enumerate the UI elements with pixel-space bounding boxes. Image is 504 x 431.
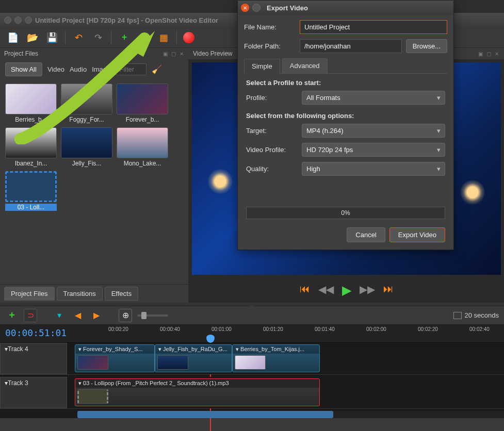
new-project-icon[interactable]: 📄 [6, 31, 20, 44]
file-name-label: File Name: [244, 23, 296, 31]
window-title: Untitled Project [HD 720p 24 fps] - Open… [35, 16, 218, 24]
zoom-slider[interactable] [137, 314, 168, 317]
project-thumbnail[interactable]: Berries_b... [5, 84, 57, 123]
export-video-button[interactable]: Export Video [389, 227, 445, 242]
project-thumbnail[interactable]: Forever_b... [117, 84, 168, 123]
profile-label: Profile: [246, 94, 298, 102]
ruler-tick: 00:00:20 [108, 326, 128, 332]
export-progress: 0% [246, 207, 445, 219]
video-profile-label: Video Profile: [246, 146, 298, 154]
close-icon[interactable] [4, 16, 11, 24]
video-clip[interactable]: ▾ Berries_by_Tom_Kijas.j... [232, 344, 320, 372]
export-dialog: ✕ Export Video File Name: Folder Path: B… [237, 0, 454, 250]
save-project-icon[interactable]: 💾 [45, 31, 59, 44]
project-files-title: Project Files [4, 50, 38, 57]
ruler-tick: 00:00:40 [160, 326, 180, 332]
timeline-scrollbar[interactable] [77, 411, 504, 418]
quality-select[interactable]: High [302, 162, 445, 176]
video-clip[interactable]: ▾ Jelly_Fish_by_RaDu_G... [155, 344, 232, 372]
audio-clip[interactable]: ▾ 03 - Lollipop (From _Pitch Perfect 2_ … [75, 378, 320, 406]
dialog-title: Export Video [267, 4, 308, 12]
quality-label: Quality: [246, 165, 298, 173]
zoom-label: 20 seconds [453, 311, 499, 319]
export-icon[interactable] [183, 32, 194, 43]
tab-transitions[interactable]: Transitions [57, 287, 103, 301]
project-thumbnail[interactable]: Jelly_Fis... [61, 127, 112, 167]
clear-filter-icon[interactable]: 🧹 [152, 64, 162, 74]
timecode: 00:00:51:01 [5, 327, 67, 338]
profile-section-header: Select a Profile to start: [246, 79, 445, 87]
track-row: ▾ Track 3 ▾ 03 - Lollipop (From _Pitch P… [0, 377, 504, 409]
ruler-tick: 00:02:40 [469, 326, 490, 332]
tab-simple[interactable]: Simple [244, 59, 280, 74]
zoom-box-icon [453, 312, 462, 319]
timeline-tracks: ▾ Track 4 ▾ Forever_by_Shady_S... ▾ Jell… [0, 343, 504, 418]
panel-controls-icon[interactable]: ▣ ▢ ✕ [163, 51, 185, 57]
undo-icon[interactable]: ↶ [72, 31, 85, 44]
options-section-header: Select from the following options: [246, 112, 445, 120]
browse-button[interactable]: Browse... [406, 39, 447, 53]
track-header[interactable]: ▾ Track 4 [0, 343, 67, 374]
folder-path-input[interactable] [300, 39, 402, 53]
profile-icon[interactable]: ▮ [137, 31, 151, 44]
open-project-icon[interactable]: 📂 [26, 31, 39, 44]
fullscreen-icon[interactable]: ▦ [157, 31, 170, 44]
folder-path-label: Folder Path: [244, 42, 296, 50]
track-row: ▾ Track 4 ▾ Forever_by_Shady_S... ▾ Jell… [0, 343, 504, 375]
tab-effects[interactable]: Effects [105, 287, 139, 301]
thumbnail-grid: Berries_b...Foggy_For...Forever_b...Iban… [0, 79, 188, 215]
target-select[interactable]: MP4 (h.264) [302, 124, 445, 138]
marker-dropdown-icon[interactable]: ▾ [53, 309, 66, 322]
prev-marker-icon[interactable]: ◀ [71, 309, 85, 322]
project-thumbnail[interactable]: Ibanez_In... [5, 127, 57, 167]
ruler-tick: 00:01:40 [315, 326, 335, 332]
minimize-icon[interactable] [252, 4, 261, 12]
jump-start-icon[interactable]: ⏮ [300, 283, 310, 297]
ruler-tick: 00:02:20 [418, 326, 438, 332]
playhead[interactable] [206, 335, 215, 343]
target-label: Target: [246, 127, 298, 135]
ruler-tick: 00:01:20 [263, 326, 283, 332]
track-header[interactable]: ▾ Track 3 [0, 377, 67, 408]
project-files-panel: Show All Video Audio Image 🧹 Berries_b..… [0, 59, 189, 303]
ruler-tick: 00:02:00 [366, 326, 386, 332]
video-filter[interactable]: Video [47, 65, 64, 73]
video-clip[interactable]: ▾ Forever_by_Shady_S... [75, 344, 155, 372]
dialog-titlebar[interactable]: ✕ Export Video [238, 1, 453, 15]
playback-controls: ⏮ ◀◀ ▶ ▶▶ ⏭ [189, 278, 504, 303]
cancel-button[interactable]: Cancel [347, 227, 385, 242]
project-thumbnail[interactable]: 03 - Loll... [5, 171, 57, 211]
jump-end-icon[interactable]: ⏭ [383, 283, 394, 297]
timeline-toolbar: + ⊃ ▾ ◀ ▶ ⊕ 20 seconds [0, 306, 504, 324]
play-icon[interactable]: ▶ [342, 283, 351, 297]
next-marker-icon[interactable]: ▶ [90, 309, 103, 322]
import-icon[interactable]: + [118, 31, 131, 44]
timeline-ruler[interactable]: 00:00:51:01 00:00:2000:00:4000:01:0000:0… [0, 324, 504, 343]
minimize-icon[interactable] [14, 16, 22, 24]
show-all-button[interactable]: Show All [5, 62, 42, 76]
close-icon[interactable]: ✕ [241, 4, 249, 12]
project-thumbnail[interactable]: Foggy_For... [61, 84, 112, 123]
image-filter[interactable]: Image [92, 65, 110, 73]
rewind-icon[interactable]: ◀◀ [318, 283, 334, 297]
profile-select[interactable]: All Formats [302, 91, 445, 105]
maximize-icon[interactable] [25, 16, 32, 24]
panel-controls-icon[interactable]: ▣ ▢ ✕ [478, 51, 500, 57]
redo-icon[interactable]: ↷ [91, 31, 105, 44]
tab-project-files[interactable]: Project Files [4, 287, 55, 301]
file-name-input[interactable] [300, 20, 447, 34]
tab-advanced[interactable]: Advanced [282, 58, 328, 73]
add-track-icon[interactable]: + [5, 309, 19, 322]
ruler-tick: 00:01:00 [212, 326, 232, 332]
filter-input[interactable] [116, 63, 147, 75]
video-profile-select[interactable]: HD 720p 24 fps [302, 143, 445, 157]
project-thumbnail[interactable]: Mono_Lake... [117, 127, 168, 167]
snap-icon[interactable]: ⊃ [24, 309, 37, 322]
audio-filter[interactable]: Audio [70, 65, 87, 73]
video-preview-title: Video Preview [193, 50, 233, 57]
project-files-header: Project Files ▣ ▢ ✕ [0, 48, 189, 59]
fast-forward-icon[interactable]: ▶▶ [360, 283, 375, 297]
center-playhead-icon[interactable]: ⊕ [119, 309, 132, 322]
